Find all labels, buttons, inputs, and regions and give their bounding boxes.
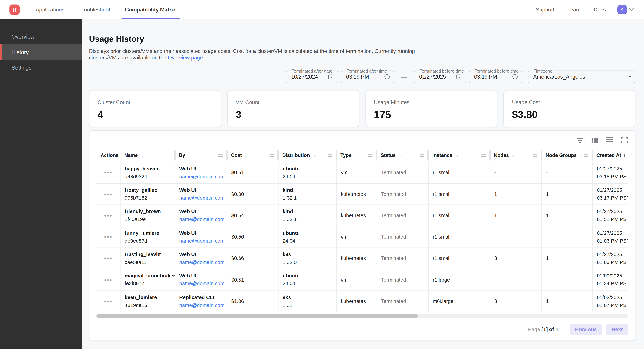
cell-text: 03:17 PM PST (597, 195, 628, 201)
stat-value: 3 (236, 108, 350, 120)
cell-text: 01/09/2025 (597, 273, 628, 279)
stat-value: 4 (98, 108, 212, 120)
filter-icon[interactable] (576, 137, 584, 144)
email-link[interactable]: name@domain.com (179, 174, 227, 179)
cell-type: vm (336, 226, 376, 247)
email-link[interactable]: name@domain.com (179, 281, 227, 287)
sidebar-item-overview[interactable]: Overview (0, 29, 82, 44)
clock-icon[interactable] (512, 74, 518, 80)
cell-text: 1.31 (283, 302, 336, 308)
clock-icon[interactable] (384, 74, 390, 80)
column-header-cost[interactable]: Cost↑↓ (227, 149, 278, 162)
cell-text: 01:03 PM PST (597, 238, 628, 244)
nav-item-applications[interactable]: Applications (32, 0, 68, 19)
stat-label: Usage Minutes (374, 99, 489, 105)
cell-text: - (494, 234, 542, 240)
previous-page-button[interactable]: Previous (570, 324, 602, 335)
cell-text: de9ed87d (125, 238, 175, 244)
nav-item-troubleshoot[interactable]: Troubleshoot (76, 0, 114, 19)
row-actions-button[interactable]: ●●● (104, 235, 113, 239)
cell-name: friendly_brown1f40a19e (120, 205, 175, 226)
column-header-name[interactable]: Name↑↓ (120, 149, 175, 162)
column-header-instance[interactable]: Instance↑↓ (428, 149, 490, 162)
cell-text: 01:07 PM PST (597, 302, 628, 308)
cell-instance: r1.small (428, 205, 490, 226)
cell-status: Terminated (376, 184, 428, 205)
terminated-before-time-field[interactable]: Terminated before time 03:19 PM (469, 70, 522, 83)
replicated-logo[interactable]: R (10, 4, 20, 14)
cell-by: Web UIname@domain.com (175, 162, 227, 183)
column-label: Nodes (494, 152, 509, 158)
sidebar-item-settings[interactable]: Settings (0, 60, 82, 75)
density-icon[interactable] (606, 137, 613, 144)
calendar-icon[interactable] (456, 74, 462, 80)
cell-cost: $0.66 (227, 248, 278, 269)
stat-label: VM Count (236, 99, 350, 105)
column-menu-icon[interactable] (218, 154, 223, 157)
terminated-before-date-field[interactable]: Terminated before date 01/27/2025 (414, 70, 466, 83)
column-header-status[interactable]: Status↑↓ (376, 149, 428, 162)
email-link[interactable]: name@domain.com (179, 238, 227, 244)
cell-instance: r1.small (428, 162, 490, 183)
column-menu-icon[interactable] (533, 154, 537, 157)
cell-by: Web UIname@domain.com (175, 226, 227, 247)
nav-item-team[interactable]: Team (568, 6, 580, 12)
user-avatar[interactable]: K (617, 5, 627, 14)
calendar-icon[interactable] (328, 74, 334, 80)
cell-type: kubernetes (336, 184, 376, 205)
column-menu-icon[interactable] (270, 154, 274, 157)
column-header-type[interactable]: Type↑↓ (336, 149, 376, 162)
columns-icon[interactable] (591, 137, 598, 144)
row-actions-button[interactable]: ●●● (104, 299, 113, 303)
stat-value: 175 (374, 108, 489, 120)
cell-text: 01/27/2025 (597, 209, 628, 214)
column-menu-icon[interactable] (328, 154, 332, 157)
column-header-node_groups[interactable]: Node Groups↑↓ (542, 149, 592, 162)
email-link[interactable]: name@domain.com (179, 195, 227, 201)
sort-icon: ↑↓ (244, 153, 248, 158)
column-header-by[interactable]: By↑↓ (175, 149, 227, 162)
next-page-button[interactable]: Next (606, 324, 628, 335)
row-actions-button[interactable]: ●●● (104, 256, 113, 260)
terminated-after-date-field[interactable]: Terminated after date 10/27/2024 (286, 70, 338, 83)
nav-item-docs[interactable]: Docs (594, 6, 606, 12)
cell-actions: ●●● (96, 269, 120, 290)
cell-text: cae5ea11 (125, 259, 175, 265)
dropdown-arrow-icon[interactable]: ▾ (629, 74, 631, 79)
fullscreen-icon[interactable] (620, 137, 628, 144)
chevron-down-icon[interactable] (629, 6, 634, 12)
cell-text: Terminated (381, 277, 428, 283)
sidebar-item-history[interactable]: History (0, 44, 82, 60)
top-navigation: R Applications Troubleshoot Compatibilit… (0, 0, 644, 19)
column-label: Created At (596, 152, 621, 158)
email-link[interactable]: name@domain.com (179, 259, 227, 265)
column-header-nodes[interactable]: Nodes↑↓ (490, 149, 542, 162)
cell-by: Replicated CLIname@domain.com (175, 291, 227, 312)
sort-icon: ↑↓ (579, 153, 582, 158)
column-menu-icon[interactable] (584, 154, 588, 157)
field-label: Terminated after time (345, 68, 389, 73)
row-actions-button[interactable]: ●●● (104, 192, 113, 196)
email-link[interactable]: name@domain.com (179, 217, 227, 222)
column-header-distribution[interactable]: Distribution↑↓ (278, 149, 336, 162)
terminated-after-time-field[interactable]: Terminated after time 03:19 PM (341, 70, 394, 83)
column-menu-icon[interactable] (368, 154, 372, 157)
email-link[interactable]: name@domain.com (179, 302, 227, 308)
overview-page-link[interactable]: Overview page (168, 54, 203, 61)
cell-text: kubernetes (341, 213, 376, 218)
row-actions-button[interactable]: ●●● (104, 278, 113, 282)
column-menu-icon[interactable] (481, 154, 486, 157)
timezone-select[interactable]: Timezone America/Los_Angeles ▾ (528, 70, 636, 83)
cell-node_groups: 1 (542, 291, 592, 312)
cell-text: Terminated (381, 213, 428, 218)
nav-item-compatibility-matrix[interactable]: Compatibility Matrix (121, 0, 180, 19)
cell-node_groups: - (542, 226, 592, 247)
nav-item-support[interactable]: Support (536, 6, 554, 12)
row-actions-button[interactable]: ●●● (104, 213, 113, 218)
description-text: Displays prior clusters/VMs and their as… (89, 48, 415, 61)
column-menu-icon[interactable] (420, 154, 424, 157)
row-actions-button[interactable]: ●●● (104, 171, 113, 175)
horizontal-scrollbar-thumb[interactable] (96, 314, 418, 318)
table-header-row: ActionsName↑↓By↑↓Cost↑↓Distribution↑↓Typ… (96, 149, 628, 162)
horizontal-scrollbar-track[interactable] (96, 314, 628, 318)
